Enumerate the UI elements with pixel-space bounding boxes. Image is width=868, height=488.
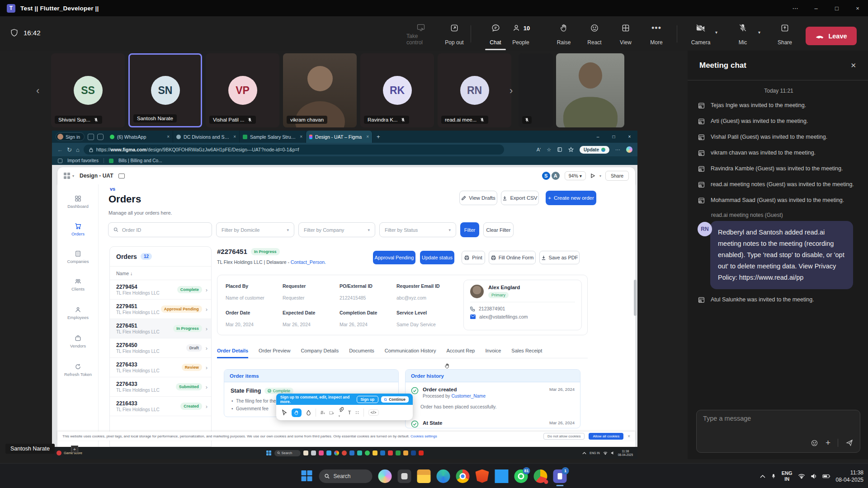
tab-close-icon[interactable]: × [366,134,369,139]
contact-phone[interactable]: 2123874901 [479,306,505,311]
browser-minimize-button[interactable]: – [590,131,606,143]
participant-tile-camera-on[interactable] [556,53,624,127]
allow-cookies-button[interactable]: Allow all cookies [589,433,623,440]
create-new-order-button[interactable]: + Create new order [546,191,596,205]
fill-online-form-button[interactable]: Fill Online Form [489,251,536,264]
tab-invoice[interactable]: Invoice [485,348,501,353]
battery-icon[interactable] [822,474,830,479]
tab-documents[interactable]: Documents [349,348,374,353]
text-tool-icon[interactable]: T [348,410,351,415]
signup-button[interactable]: Sign up [357,396,378,403]
bookmark-bills-folder[interactable]: Bills | Billing and Co... [118,158,162,163]
app-icon[interactable] [326,450,331,455]
order-row[interactable]: 2216433TL Flex Holdings LLC Created › [110,397,211,416]
participant-tile[interactable]: SS Shivani Sup... [51,53,125,127]
raise-button[interactable]: Raise [549,22,578,46]
move-tool-icon[interactable] [282,409,287,416]
print-button[interactable]: Print [462,251,485,264]
scroll-left-chevron-icon[interactable]: ‹ [36,85,39,97]
app-icon[interactable] [380,450,385,455]
vscode-icon[interactable] [495,469,509,483]
leave-button[interactable]: Leave [806,27,857,45]
contact-email[interactable]: alex@vstatefilings.com [479,314,528,319]
rectangle-tool-icon[interactable]: □▾ [330,410,334,415]
attach-plus-icon[interactable]: + [826,438,830,448]
tray-language[interactable]: ENG IN [590,451,599,455]
camera-options-chevron-icon[interactable]: ▾ [715,30,717,35]
browser-tab-salary-sheet[interactable]: Sample Salary Structure with calc × [240,131,306,143]
workspaces-icon[interactable] [88,134,94,140]
app-icon[interactable] [342,450,347,455]
deny-cookies-button[interactable]: Do not allow cookies [543,433,585,440]
approval-pending-button[interactable]: Approval Pending [373,251,415,264]
figma-menu-chevron-icon[interactable]: ▾ [72,174,74,178]
favorite-star-icon[interactable]: ☆ [547,147,551,153]
figma-share-button[interactable]: Share [605,171,629,181]
browser-tab-dc-divisions[interactable]: DC Divisions and Surroundings × [173,131,240,143]
sort-by-name[interactable]: Name ↓ [110,267,211,280]
home-icon[interactable]: ⌂ [76,146,80,153]
tab-communication-history[interactable]: Communication History [385,348,436,353]
teams-icon-active[interactable]: 1 [553,469,567,483]
tray-mic-icon[interactable] [771,473,776,480]
browser-update-button[interactable]: Update [580,146,609,154]
scroll-right-chevron-icon[interactable]: › [509,85,513,97]
tab-actions-icon[interactable] [97,134,104,140]
copilot-icon[interactable] [378,469,392,483]
sidebar-item-orders[interactable]: Orders [57,223,99,244]
sidebar-item-clients[interactable]: Clients [57,278,99,299]
camera-button[interactable]: Camera [686,22,715,46]
tab-company-details[interactable]: Company Details [301,348,339,353]
chrome-icon[interactable] [456,469,470,483]
component-tool-icon[interactable]: ∷ [356,410,359,416]
order-row[interactable]: 2276433TL Flex Holdings LLC Submitted › [110,377,211,397]
chrome-icon[interactable] [334,450,339,455]
widgets-button[interactable]: Game score [57,450,82,455]
filter-company-dropdown[interactable]: Filter by Company [298,222,375,237]
attach-tool-icon[interactable]: ▾ [339,407,344,418]
react-button[interactable]: React [580,22,609,46]
app-icon[interactable] [303,450,308,455]
chat-message-list[interactable]: Today 11:21 Tejas Ingle was invited to t… [688,80,868,405]
window-more-button[interactable]: ⋯ [785,0,806,16]
app-icon[interactable] [373,450,377,455]
pin-presenter-button[interactable]: + [71,446,78,453]
participant-tile[interactable]: RK Ravindra K... [360,53,434,127]
view-drafts-button[interactable]: View Drafts [459,191,497,205]
browser-tab-figma[interactable]: Design - UAT – Figma × [306,131,373,143]
order-row[interactable]: 2279451TL Flex Holdings LLC Approval Pen… [110,300,211,319]
save-as-pdf-button[interactable]: Save as PDF [539,251,580,264]
tab-account-rep[interactable]: Account Rep [447,348,475,353]
browser-tab-whatsapp[interactable]: (6) WhatsApp × [107,131,173,143]
message-input[interactable] [703,415,854,422]
bookmark-import-favorites[interactable]: Import favorites [67,158,99,163]
cookie-settings-link[interactable]: Cookies settings [410,434,437,438]
chrome-profile-icon[interactable] [534,469,547,483]
start-icon[interactable] [266,450,272,456]
taskbar-search-box[interactable]: Search [319,469,373,483]
people-button[interactable]: 10 People [506,22,535,46]
send-icon[interactable] [845,439,854,447]
collaborator-avatar[interactable]: S [541,171,551,181]
sidebar-item-vendors[interactable]: Vendors [57,335,99,356]
order-row[interactable]: 2279454TL Flex Holdings LLC Complete › [110,280,211,300]
tab-close-icon[interactable]: × [167,134,170,139]
clear-filter-button[interactable]: Clear Filter [483,222,514,237]
window-minimize-button[interactable]: – [806,0,826,16]
mic-options-chevron-icon[interactable]: ▾ [758,30,760,35]
participant-tile[interactable]: VP Vishal Patil ... [206,53,279,127]
sidebar-item-refresh-token[interactable]: Refresh Token [57,363,99,384]
tray-chevron-icon[interactable] [760,474,765,478]
more-button[interactable]: ••• More [642,22,671,46]
back-icon[interactable]: ← [57,146,63,153]
sidebar-item-dashboard[interactable]: Dashboard [57,195,99,216]
file-explorer-icon[interactable] [417,469,431,483]
present-icon[interactable] [590,173,595,178]
frame-tool-icon[interactable]: #▾ [321,410,325,415]
app-icon[interactable] [403,450,408,455]
tray-chevron-icon[interactable] [582,452,586,455]
filter-status-dropdown[interactable]: Filter by Status [379,222,456,237]
browser-signin-button[interactable]: Sign in [56,132,85,141]
browser-essentials-icon[interactable] [568,147,574,152]
collections-icon[interactable] [557,147,562,152]
